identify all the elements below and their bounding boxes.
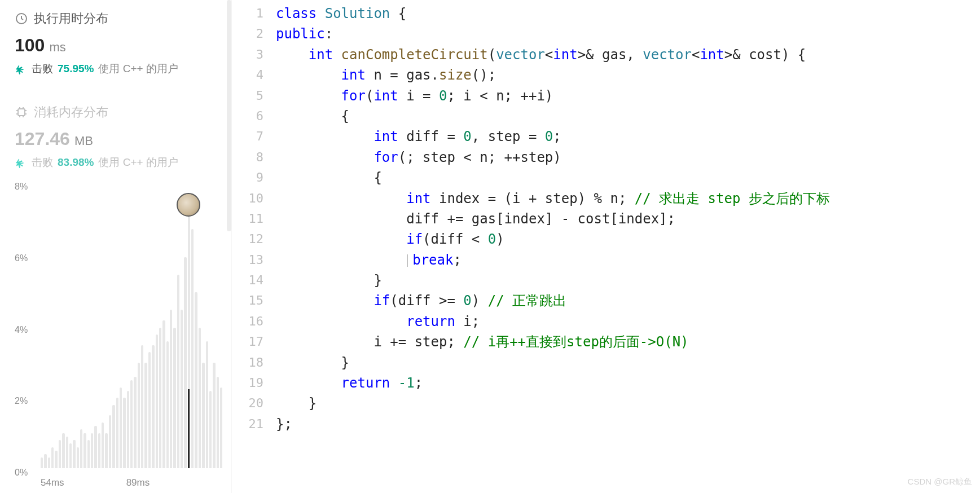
chip-icon (15, 105, 28, 119)
chart-bar[interactable] (184, 257, 186, 468)
chart-bar[interactable] (191, 229, 194, 468)
chart-bar[interactable] (69, 443, 72, 468)
chart-bar[interactable] (120, 388, 122, 468)
runtime-title: 执行用时分布 (34, 10, 108, 27)
x-label-right: 89ms (126, 477, 150, 488)
chart-bar[interactable] (206, 341, 208, 468)
chart-bar[interactable] (109, 415, 111, 468)
chart-bar[interactable] (166, 341, 169, 468)
chart-bar[interactable] (98, 433, 100, 468)
chart-bar[interactable] (159, 328, 161, 469)
chart-bar[interactable] (141, 345, 143, 468)
runtime-beat-row: 击败 75.95% 使用 C++ 的用户 (15, 61, 222, 76)
chart-x-axis: 54ms 89ms (15, 477, 222, 488)
sidebar-scrollbar[interactable] (227, 0, 231, 231)
avatar-marker[interactable] (177, 193, 200, 217)
memory-value-row: 127.46 MB (15, 129, 222, 149)
memory-beat-pct: 83.98% (58, 156, 94, 169)
chart-bar[interactable] (148, 352, 151, 468)
chart-bar[interactable] (62, 433, 64, 468)
chart-bar[interactable] (112, 405, 115, 468)
runtime-beat-pct: 75.95% (58, 63, 94, 75)
chart-bar[interactable] (213, 363, 215, 468)
chart-bar[interactable] (77, 447, 79, 468)
line-gutter: 123456789101112131415161718192021 (232, 3, 276, 493)
runtime-distribution-chart[interactable]: 8%6%4%2%0% 54ms 89ms (15, 187, 222, 488)
chart-bar[interactable] (66, 437, 68, 468)
chart-bar[interactable] (217, 377, 219, 468)
chart-bar[interactable] (102, 422, 104, 468)
stats-sidebar: 执行用时分布 100 ms 击败 75.95% 使用 C++ 的用户 消耗内存分… (0, 0, 231, 493)
chart-bar[interactable] (73, 440, 75, 468)
chart-bar[interactable] (220, 388, 222, 468)
x-label-left: 54ms (41, 477, 64, 488)
runtime-value: 100 (15, 35, 45, 56)
chart-bar[interactable] (130, 380, 133, 468)
chart-bar[interactable] (127, 391, 129, 468)
code-content[interactable]: class Solution {public: int canCompleteC… (276, 3, 980, 493)
chart-y-axis: 8%6%4%2%0% (15, 187, 41, 473)
chart-bar[interactable] (80, 429, 82, 468)
chart-bar[interactable] (91, 433, 93, 468)
clock-icon (15, 12, 28, 25)
memory-unit: MB (74, 134, 93, 148)
chart-bar[interactable] (134, 377, 136, 468)
chart-bar[interactable] (48, 457, 50, 468)
chart-bar[interactable] (195, 292, 197, 468)
chart-bar[interactable] (202, 363, 204, 468)
chart-bar[interactable] (152, 345, 154, 468)
runtime-header: 执行用时分布 (15, 10, 222, 27)
chart-bar[interactable] (51, 447, 54, 468)
memory-beat-label: 击败 (32, 155, 53, 170)
runtime-beat-label: 击败 (32, 61, 53, 76)
memory-header: 消耗内存分布 (15, 104, 222, 121)
chart-bars[interactable] (41, 187, 222, 473)
svg-rect-1 (18, 109, 25, 116)
chart-bar[interactable] (181, 310, 183, 468)
runtime-unit: ms (49, 40, 65, 55)
runtime-beat-suffix: 使用 C++ 的用户 (98, 61, 178, 76)
memory-beat-suffix: 使用 C++ 的用户 (98, 155, 178, 170)
chart-bar[interactable] (105, 433, 107, 468)
chart-bar[interactable] (144, 363, 147, 468)
chart-bar[interactable] (59, 440, 61, 468)
chart-bar[interactable] (87, 440, 90, 468)
chart-bar[interactable] (94, 426, 96, 468)
watermark: CSDN @GR鲸鱼 (908, 477, 972, 487)
chart-bar[interactable] (156, 334, 158, 468)
chart-bar[interactable] (44, 454, 46, 468)
chart-bar[interactable] (84, 433, 86, 468)
chart-bar[interactable] (123, 398, 125, 468)
chart-bar[interactable] (116, 398, 118, 468)
chart-bar[interactable] (173, 328, 175, 469)
chart-bar[interactable] (55, 451, 57, 468)
clap-icon (15, 63, 27, 75)
chart-bar[interactable] (170, 310, 172, 468)
chart-bar[interactable] (162, 320, 165, 468)
memory-beat-row: 击败 83.98% 使用 C++ 的用户 (15, 155, 222, 170)
chart-bar[interactable] (199, 328, 201, 469)
clap-icon (15, 156, 27, 169)
chart-bar[interactable] (209, 391, 212, 468)
memory-value: 127.46 (15, 129, 70, 149)
memory-title: 消耗内存分布 (34, 104, 108, 121)
chart-bar[interactable] (177, 275, 179, 468)
chart-bar[interactable] (41, 457, 43, 468)
runtime-value-row: 100 ms (15, 35, 222, 56)
code-editor[interactable]: 123456789101112131415161718192021 class … (231, 0, 980, 493)
chart-bar[interactable] (138, 363, 140, 468)
marker-line (188, 389, 190, 468)
